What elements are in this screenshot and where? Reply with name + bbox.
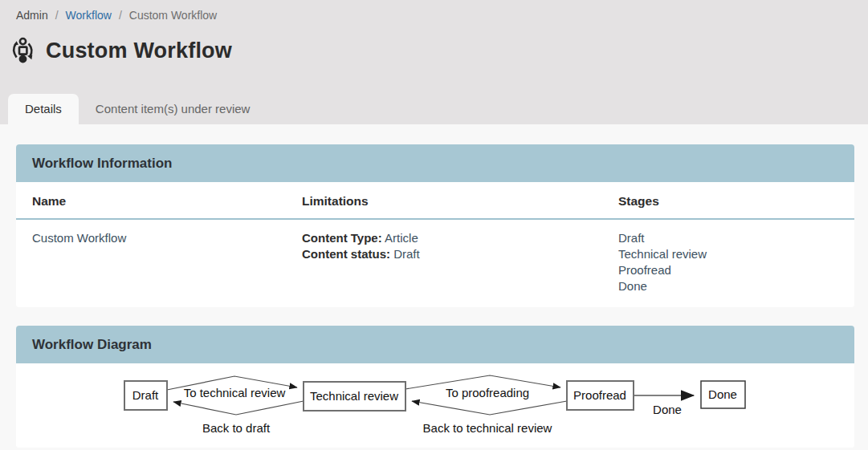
breadcrumb: Admin / Workflow / Custom Workflow <box>0 0 868 22</box>
transition-label-back-to-draft: Back to draft <box>202 421 271 435</box>
state-label-done: Done <box>708 387 737 401</box>
tab-content-items-under-review[interactable]: Content item(s) under review <box>79 94 267 124</box>
content-area: Workflow Information Name Limitations St… <box>0 124 868 448</box>
workflow-name-cell: Custom Workflow <box>32 220 302 301</box>
limitation-content-type: Content Type: Article <box>302 230 618 246</box>
workflow-information-section-title: Workflow Information <box>16 144 854 182</box>
workflow-cycle-icon <box>8 36 37 65</box>
title-row: Custom Workflow <box>0 22 868 67</box>
workflow-info-table-row: Custom Workflow Content Type: Article Co… <box>16 220 854 307</box>
stages-cell: Draft Technical review Proofread Done <box>618 220 838 301</box>
page-header: Admin / Workflow / Custom Workflow Custo… <box>0 0 868 124</box>
edge-back-to-technical-review <box>412 401 567 415</box>
state-label-proofread: Proofread <box>573 388 626 402</box>
transition-label-to-proofreading: To proofreading <box>446 386 529 399</box>
breadcrumb-separator: / <box>119 9 122 22</box>
workflow-info-table-header: Name Limitations Stages <box>16 182 854 220</box>
limitation-content-status: Content status: Draft <box>302 246 618 262</box>
transition-label-to-technical-review: To technical review <box>184 386 286 399</box>
stage-item: Done <box>618 278 838 294</box>
tab-details[interactable]: Details <box>8 94 79 124</box>
tab-bar: Details Content item(s) under review <box>8 94 267 124</box>
workflow-information-card: Workflow Information Name Limitations St… <box>16 144 854 307</box>
column-header-limitations: Limitations <box>302 182 618 218</box>
transition-label-back-to-technical-review: Back to technical review <box>423 421 552 435</box>
breadcrumb-separator: / <box>55 9 59 22</box>
stage-item: Technical review <box>618 246 838 262</box>
stage-item: Draft <box>618 230 838 246</box>
column-header-stages: Stages <box>618 182 838 218</box>
stage-item: Proofread <box>618 262 838 278</box>
page-title: Custom Workflow <box>46 39 232 63</box>
state-label-draft: Draft <box>132 388 159 402</box>
transition-label-done: Done <box>653 403 682 416</box>
workflow-diagram: Draft Technical review Proofread Done To… <box>16 363 854 448</box>
breadcrumb-item-current: Custom Workflow <box>129 9 217 22</box>
state-label-technical-review: Technical review <box>310 389 398 403</box>
workflow-diagram-svg: Draft Technical review Proofread Done To… <box>16 363 854 448</box>
edge-back-to-draft <box>173 401 304 415</box>
column-header-name: Name <box>32 182 302 218</box>
breadcrumb-item-workflow-link[interactable]: Workflow <box>66 9 112 22</box>
limitations-cell: Content Type: Article Content status: Dr… <box>302 220 618 301</box>
workflow-admin-screen: Admin / Workflow / Custom Workflow Custo… <box>0 0 868 450</box>
workflow-diagram-section-title: Workflow Diagram <box>16 326 854 363</box>
workflow-diagram-card: Workflow Diagram <box>16 326 854 448</box>
breadcrumb-item-admin: Admin <box>16 9 48 22</box>
